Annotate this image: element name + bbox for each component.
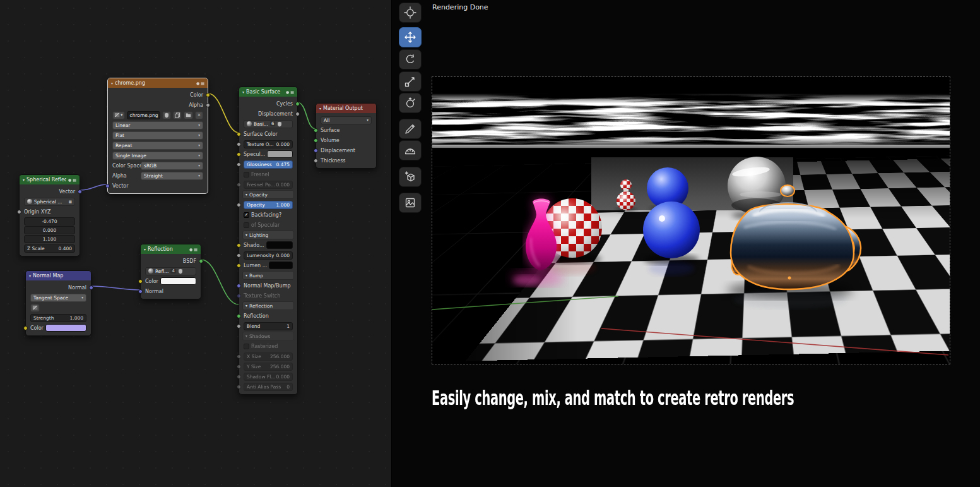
input-socket[interactable] (237, 243, 241, 248)
target-select[interactable]: All▾ (321, 116, 372, 124)
section-shadows[interactable]: ▾Shadows (242, 332, 294, 340)
tool-texture[interactable] (399, 193, 422, 213)
node-header[interactable]: ▾ Reflection ●▦ (141, 244, 201, 254)
node-normal-map[interactable]: ▾ Normal Map Normal Tangent Space▾ Stren… (25, 270, 92, 336)
x-size-slider[interactable]: X Size256.000 (244, 352, 293, 361)
tool-annotate[interactable] (399, 119, 422, 139)
collapse-icon[interactable]: ▾ (319, 107, 321, 111)
blend-slider[interactable]: Blend1 (244, 322, 293, 330)
shader-node-editor[interactable]: ▾ chrome.png ●▦ Color Alpha ▾ chrome.png… (0, 0, 391, 487)
input-socket[interactable] (237, 203, 241, 207)
of-specular-checkbox[interactable] (244, 222, 249, 228)
space-select[interactable]: Tangent Space▾ (30, 294, 86, 302)
tool-rotate[interactable] (399, 49, 422, 69)
section-lighting[interactable]: ▾Lighting (242, 231, 294, 239)
input-socket[interactable] (237, 324, 241, 328)
user-count-badge[interactable]: 6 (270, 121, 275, 126)
node-spherical-reflect[interactable]: ▾ Spherical Reflect... ●▦ Vector Spheric… (19, 174, 80, 256)
lumen-color-swatch[interactable] (269, 262, 293, 269)
color-swatch[interactable] (45, 324, 86, 332)
lumenosity-slider[interactable]: Lumenosity0.000 (244, 251, 293, 260)
input-socket[interactable] (237, 162, 241, 167)
extension-select[interactable]: Repeat▾ (112, 141, 203, 150)
glossiness-slider[interactable]: Glossiness0.475 (244, 160, 293, 169)
origin-z-field[interactable]: 1.100 (24, 235, 75, 243)
input-socket-vector[interactable] (105, 184, 110, 188)
viewport-3d[interactable]: Rendering Done (391, 0, 980, 487)
origin-y-field[interactable]: 0.000 (24, 226, 75, 234)
input-socket[interactable] (237, 375, 241, 379)
collapse-icon[interactable]: ▾ (29, 274, 31, 278)
tool-3d-cursor[interactable] (399, 3, 422, 23)
section-reflection[interactable]: ▾Reflection (242, 301, 294, 310)
input-socket-color[interactable] (23, 326, 28, 330)
input-socket[interactable] (237, 385, 241, 389)
input-socket[interactable] (237, 253, 241, 258)
specular-swatch[interactable] (267, 150, 293, 158)
origin-x-field[interactable]: -0.470 (24, 217, 75, 225)
opacity-slider[interactable]: Opacity1.000 (244, 201, 293, 209)
uv-map-button[interactable] (30, 304, 40, 312)
collapse-icon[interactable]: ▾ (23, 178, 25, 182)
shadow-color-swatch[interactable] (266, 241, 293, 249)
interpolation-select[interactable]: Linear▾ (112, 121, 203, 129)
node-basic-surface[interactable]: ▾ Basic Surface ●▦ Cycles Displacement B… (239, 87, 298, 395)
fake-user-button[interactable] (162, 111, 171, 119)
section-opacity[interactable]: ▾Opacity (242, 190, 294, 199)
source-select[interactable]: Single Image▾ (112, 152, 203, 160)
color-swatch[interactable] (160, 277, 196, 285)
output-socket-alpha[interactable] (206, 103, 210, 107)
fresnel-checkbox[interactable] (244, 172, 249, 177)
output-socket-displacement[interactable] (295, 112, 300, 116)
material-select[interactable]: Refl...4 (145, 267, 196, 275)
input-socket[interactable] (237, 263, 241, 268)
node-material-output[interactable]: ▾ Material Output All▾ Surface Volume Di… (316, 103, 377, 169)
tool-scale[interactable] (399, 71, 422, 92)
material-select[interactable]: Basi...6 (244, 120, 293, 128)
image-browse-button[interactable]: ▾ (112, 111, 125, 119)
input-socket[interactable] (237, 152, 241, 157)
section-bump[interactable]: ▾Bump (242, 271, 294, 280)
y-size-slider[interactable]: Y Size256.000 (244, 363, 293, 371)
input-socket[interactable] (237, 142, 241, 147)
collapse-icon[interactable]: ▾ (242, 90, 244, 94)
input-socket-origin[interactable] (17, 210, 21, 214)
collapse-icon[interactable]: ▾ (111, 81, 113, 85)
tool-move[interactable] (399, 27, 422, 47)
node-header[interactable]: ▾ Material Output (316, 104, 376, 113)
output-socket-color[interactable] (206, 93, 210, 97)
node-header[interactable]: ▾ Spherical Reflect... ●▦ (20, 175, 80, 184)
input-socket-surface[interactable] (314, 128, 318, 133)
node-header[interactable]: ▾ chrome.png ●▦ (108, 78, 208, 88)
new-image-button[interactable] (173, 111, 182, 119)
tool-add-cube[interactable] (399, 167, 422, 187)
node-header[interactable]: ▾ Normal Map (26, 271, 91, 280)
output-socket-normal[interactable] (89, 286, 93, 290)
input-socket-reflection[interactable] (237, 314, 241, 318)
input-socket[interactable] (237, 354, 241, 359)
input-socket-surface-color[interactable] (237, 132, 241, 136)
input-socket-thickness[interactable] (314, 159, 318, 163)
collapse-icon[interactable]: ▾ (144, 248, 146, 251)
color-space-select[interactable]: sRGB▾ (141, 162, 203, 170)
fresnel-power-slider[interactable]: Fresnel Po...0.000 (244, 181, 293, 189)
user-count-badge[interactable]: 4 (170, 268, 175, 274)
backfacing-checkbox[interactable]: ✓ (244, 212, 249, 218)
anti-alias-slider[interactable]: Anti Alias Pass0 (244, 383, 293, 391)
shadow-falloff-slider[interactable]: Shadow Fl...0.000 (244, 373, 293, 381)
output-socket-bsdf[interactable] (199, 259, 203, 263)
tool-transform[interactable] (399, 93, 422, 113)
z-scale-slider[interactable]: Z Scale0.400 (24, 244, 75, 253)
output-socket-cycles[interactable] (295, 102, 300, 106)
tool-measure[interactable] (399, 140, 422, 160)
shield-icon[interactable] (277, 121, 282, 127)
input-socket[interactable] (237, 364, 241, 369)
input-socket-normal-map[interactable] (237, 284, 241, 288)
shield-icon[interactable] (178, 268, 183, 274)
input-socket-color[interactable] (138, 279, 143, 284)
open-image-button[interactable] (184, 111, 193, 119)
input-socket-displacement[interactable] (314, 148, 318, 153)
input-socket-volume[interactable] (314, 138, 318, 143)
alpha-mode-select[interactable]: Straight▾ (141, 172, 203, 180)
projection-select[interactable]: Flat▾ (112, 131, 203, 140)
